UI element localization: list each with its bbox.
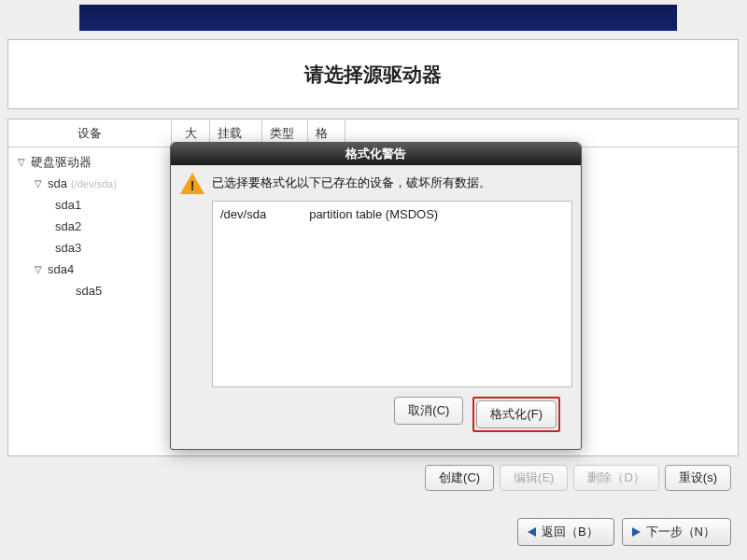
- back-label: 返回（B）: [542, 524, 599, 540]
- device-description: partition table (MSDOS): [309, 207, 438, 221]
- warning-icon: [180, 173, 204, 195]
- tree-label: sda1: [55, 198, 81, 212]
- device-path: (/dev/sda): [71, 178, 117, 189]
- device-list-row: /dev/sda partition table (MSDOS): [220, 207, 564, 221]
- top-banner: [79, 5, 677, 31]
- tree-label: sda4: [48, 262, 74, 276]
- device-list-box: /dev/sda partition table (MSDOS): [212, 201, 572, 387]
- device-path: /dev/sda: [220, 207, 266, 221]
- tree-label: sda3: [55, 241, 81, 255]
- reset-button[interactable]: 重设(s): [665, 465, 731, 491]
- warning-row: 已选择要格式化以下已存在的设备，破坏所有数据。: [180, 173, 571, 195]
- create-button[interactable]: 创建(C): [425, 465, 494, 491]
- dialog-title: 格式化警告: [171, 143, 581, 165]
- cancel-button[interactable]: 取消(C): [394, 397, 463, 425]
- expander-icon[interactable]: ▽: [33, 264, 44, 275]
- tree-label: sda: [48, 176, 67, 190]
- format-button-highlight: 格式化(F): [472, 397, 560, 432]
- tree-label: sda2: [55, 219, 81, 233]
- edit-button: 编辑(E): [500, 465, 568, 491]
- title-panel: 请选择源驱动器: [7, 39, 739, 109]
- dialog-button-bar: 取消(C) 格式化(F): [180, 387, 571, 432]
- expander-icon[interactable]: ▽: [16, 157, 27, 168]
- next-label: 下一步（N）: [646, 524, 715, 540]
- delete-button: 删除（D）: [573, 465, 658, 491]
- navigation-row: 返回（B） 下一步（N）: [7, 518, 739, 550]
- action-buttons-row: 创建(C) 编辑(E) 删除（D） 重设(s): [7, 465, 739, 495]
- back-button[interactable]: 返回（B）: [517, 518, 614, 546]
- next-button[interactable]: 下一步（N）: [622, 518, 731, 546]
- col-header-device[interactable]: 设备: [8, 119, 172, 147]
- dialog-body: 已选择要格式化以下已存在的设备，破坏所有数据。 /dev/sda partiti…: [171, 165, 581, 441]
- page-title: 请选择源驱动器: [304, 62, 442, 88]
- tree-label: 硬盘驱动器: [31, 154, 92, 171]
- arrow-left-icon: [528, 527, 536, 537]
- arrow-right-icon: [632, 527, 641, 537]
- tree-label: sda5: [76, 284, 102, 298]
- format-button[interactable]: 格式化(F): [476, 400, 557, 428]
- warning-message: 已选择要格式化以下已存在的设备，破坏所有数据。: [212, 173, 491, 191]
- expander-icon[interactable]: ▽: [33, 178, 44, 189]
- format-warning-dialog: 格式化警告 已选择要格式化以下已存在的设备，破坏所有数据。 /dev/sda p…: [170, 142, 582, 450]
